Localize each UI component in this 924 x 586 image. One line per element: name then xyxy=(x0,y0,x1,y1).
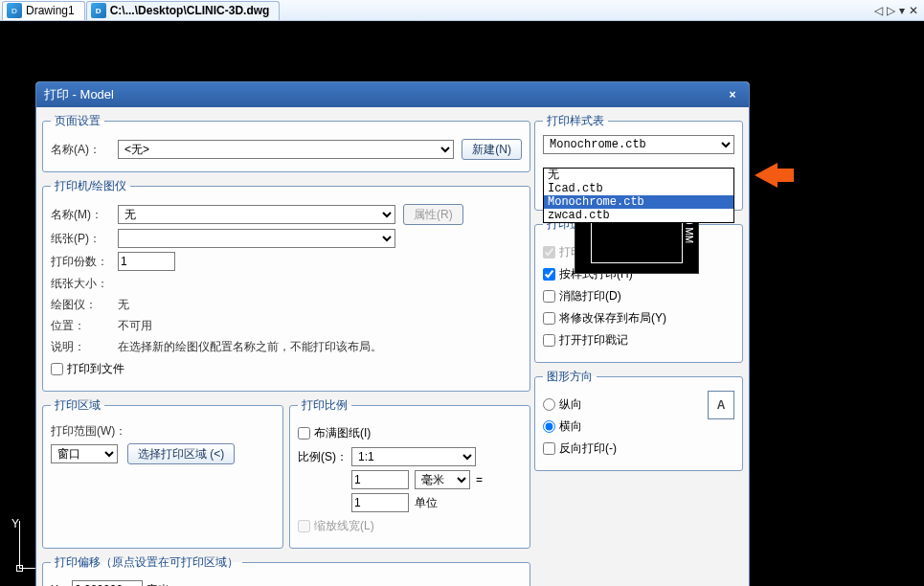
ratio-label: 比例(S)： xyxy=(298,449,351,465)
orientation-group: 图形方向 纵向 横向 反向打印(-) A xyxy=(534,369,743,471)
fit-to-paper-label: 布满图纸(I) xyxy=(314,425,371,441)
close-icon[interactable]: × xyxy=(724,88,741,101)
printer-legend: 打印机/绘图仪 xyxy=(51,178,130,194)
landscape-label: 横向 xyxy=(559,418,582,435)
landscape-radio[interactable] xyxy=(543,420,555,433)
printer-properties-button: 属性(R) xyxy=(403,204,463,225)
plot-offset-legend: 打印偏移（原点设置在可打印区域） xyxy=(51,554,242,571)
plot-style-legend: 打印样式表 xyxy=(543,113,608,129)
location-label: 位置： xyxy=(51,317,118,334)
print-dialog: 打印 - Model × 页面设置 名称(A)： <无> 新建(N) 打印机/绘… xyxy=(35,81,750,586)
page-setup-legend: 页面设置 xyxy=(51,113,104,129)
tab-prev-icon[interactable]: ◁ xyxy=(874,4,883,17)
desc-value: 在选择新的绘图仪配置名称之前，不能打印该布局。 xyxy=(118,338,522,355)
plot-style-option[interactable]: 无 xyxy=(544,169,733,182)
unit-label: 单位 xyxy=(415,495,438,511)
plot-style-select[interactable]: Monochrome.ctb xyxy=(543,135,734,154)
page-setup-group: 页面设置 名称(A)： <无> 新建(N) xyxy=(42,113,530,172)
plot-range-select[interactable]: 窗口 xyxy=(51,444,118,463)
plot-area-legend: 打印区域 xyxy=(51,397,104,414)
scale-num1-input[interactable] xyxy=(351,470,409,489)
ratio-select[interactable]: 1:1 xyxy=(351,447,476,466)
fit-to-paper-checkbox[interactable] xyxy=(298,427,310,440)
dialog-title: 打印 - Model xyxy=(44,86,724,103)
offset-x-unit: 毫米 xyxy=(143,582,169,587)
scale-num2-input[interactable] xyxy=(351,493,409,512)
ucs-y-label: Y xyxy=(11,517,19,530)
paper-select[interactable] xyxy=(118,229,395,248)
tab-label: Drawing1 xyxy=(26,4,75,17)
location-value: 不可用 xyxy=(118,317,152,334)
tab-nav-controls: ◁ ▷ ▾ ✕ xyxy=(874,4,924,17)
tab-next-icon[interactable]: ▷ xyxy=(887,4,895,17)
opt-hideplot-checkbox[interactable] xyxy=(543,290,555,303)
plot-scale-group: 打印比例 布满图纸(I) 比例(S)： 1:1 xyxy=(289,397,530,549)
page-name-label: 名称(A)： xyxy=(51,142,118,158)
plot-scale-legend: 打印比例 xyxy=(298,397,351,414)
portrait-radio[interactable] xyxy=(543,398,555,411)
opt-save-checkbox[interactable] xyxy=(543,312,555,325)
dwg-icon: D xyxy=(91,3,106,18)
page-name-select[interactable]: <无> xyxy=(118,140,454,159)
plot-style-option[interactable]: Icad.ctb xyxy=(544,182,733,195)
eq-label: = xyxy=(470,473,488,486)
desc-label: 说明： xyxy=(51,338,118,355)
plot-style-group: 打印样式表 Monochrome.ctb 无 Icad.ctb Monochro… xyxy=(534,113,743,211)
tab-bar: D Drawing1 D C:\...\Desktop\CLINIC-3D.dw… xyxy=(0,0,924,21)
papersize-label: 纸张大小： xyxy=(51,275,118,292)
plot-area-group: 打印区域 打印范围(W)： 窗口 选择打印区域 (<) xyxy=(42,397,283,549)
printer-group: 打印机/绘图仪 名称(M)： 无 属性(R) 纸张(P)： 打印份数： xyxy=(42,178,530,392)
plotter-label: 绘图仪： xyxy=(51,296,118,313)
plot-style-dropdown-list[interactable]: 无 Icad.ctb Monochrome.ctb zwcad.ctb xyxy=(543,168,734,223)
offset-x-label: X： xyxy=(51,582,72,587)
callout-arrow-icon xyxy=(755,163,778,188)
plot-offset-group: 打印偏移（原点设置在可打印区域） X： 毫米 Y： 毫米 xyxy=(42,554,530,586)
tab-menu-icon[interactable]: ▾ xyxy=(899,4,905,17)
orientation-icon: A xyxy=(708,391,734,419)
plot-to-file-checkbox[interactable] xyxy=(51,363,63,375)
tab-drawing1[interactable]: D Drawing1 xyxy=(2,1,85,20)
opt-lineweight-checkbox xyxy=(543,246,555,259)
offset-x-input[interactable] xyxy=(72,580,143,586)
plotter-value: 无 xyxy=(118,296,129,313)
select-plot-area-button[interactable]: 选择打印区域 (<) xyxy=(127,443,235,464)
tab-label: C:\...\Desktop\CLINIC-3D.dwg xyxy=(110,4,270,17)
scale-lineweight-checkbox xyxy=(298,520,310,532)
plot-style-option[interactable]: Monochrome.ctb xyxy=(544,195,733,209)
tab-close-icon[interactable]: ✕ xyxy=(909,4,918,17)
copies-input[interactable] xyxy=(118,252,175,271)
opt-bystyle-checkbox[interactable] xyxy=(543,268,555,281)
plot-style-option[interactable]: zwcad.ctb xyxy=(544,209,733,222)
opt-save-label: 将修改保存到布局(Y) xyxy=(559,310,666,327)
reverse-label: 反向打印(-) xyxy=(559,440,617,457)
reverse-checkbox[interactable] xyxy=(543,442,555,455)
new-page-setup-button[interactable]: 新建(N) xyxy=(462,139,522,160)
scale-unit-select[interactable]: 毫米 xyxy=(415,470,470,489)
copies-label: 打印份数： xyxy=(51,254,118,270)
opt-hideplot-label: 消隐打印(D) xyxy=(559,288,621,304)
dwg-icon: D xyxy=(7,3,22,18)
opt-stamp-checkbox[interactable] xyxy=(543,334,555,347)
paper-label: 纸张(P)： xyxy=(51,231,118,247)
printer-name-select[interactable]: 无 xyxy=(118,205,395,224)
portrait-label: 纵向 xyxy=(559,396,582,413)
tab-current-file[interactable]: D C:\...\Desktop\CLINIC-3D.dwg xyxy=(86,1,281,20)
plot-range-label: 打印范围(W)： xyxy=(51,423,131,440)
opt-stamp-label: 打开打印戳记 xyxy=(559,332,628,349)
orientation-legend: 图形方向 xyxy=(543,369,597,385)
dialog-titlebar[interactable]: 打印 - Model × xyxy=(36,82,749,107)
scale-lineweight-label: 缩放线宽(L) xyxy=(314,518,374,534)
printer-name-label: 名称(M)： xyxy=(51,207,118,223)
plot-to-file-label: 打印到文件 xyxy=(67,361,124,377)
